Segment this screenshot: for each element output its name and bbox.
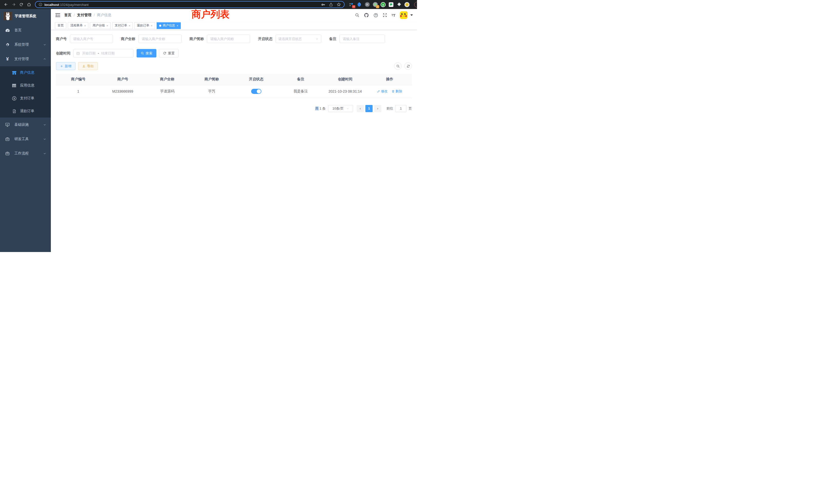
- tab-close-icon[interactable]: ×: [84, 24, 86, 27]
- sidebar-item-pay[interactable]: ¥ 支付管理: [0, 52, 51, 66]
- sidebar: 芋道管理系统 首页 系统管理 ¥ 支付管理: [0, 9, 51, 252]
- fullscreen-icon[interactable]: [382, 13, 387, 18]
- sidebar-item-label: 研发工具: [14, 137, 29, 141]
- end-date-placeholder: 结束日期: [101, 51, 114, 56]
- help-icon[interactable]: [373, 13, 378, 18]
- browser-profile-avatar[interactable]: [404, 2, 410, 7]
- breadcrumb-pay[interactable]: 支付管理: [77, 13, 91, 18]
- sidebar-item-merchant-info[interactable]: 商户信息: [0, 66, 51, 79]
- prev-page-button[interactable]: ‹: [357, 105, 364, 112]
- address-bar[interactable]: localhost:1024/pay/merchant: [35, 1, 345, 8]
- create-time-range-picker[interactable]: 开始日期 - 结束日期: [73, 49, 133, 58]
- gear-icon: [5, 42, 10, 47]
- extensions-puzzle-icon[interactable]: [396, 2, 401, 7]
- chevron-down-icon: [43, 43, 46, 46]
- col-merchant-id: 商户编号: [56, 74, 101, 85]
- search-icon: [141, 51, 144, 55]
- tab-close-icon[interactable]: ×: [106, 24, 108, 27]
- chevron-up-icon: [43, 58, 46, 61]
- pay-submenu: 商户信息 应用信息 支付订单 退款订单: [0, 66, 51, 117]
- extension-command-icon[interactable]: ⌘: [365, 2, 370, 7]
- sidebar-collapse-icon[interactable]: [55, 12, 61, 18]
- refresh-table-button[interactable]: [404, 62, 412, 70]
- share-icon[interactable]: [329, 3, 333, 7]
- sidebar-item-label: 应用信息: [20, 83, 35, 88]
- search-button[interactable]: 搜索: [137, 49, 156, 58]
- user-avatar[interactable]: [400, 11, 408, 19]
- extension-chat-icon[interactable]: [389, 2, 394, 7]
- monitor-icon: [5, 122, 10, 127]
- tab-refund-order[interactable]: 退款订单 ×: [134, 22, 155, 29]
- goto-label: 前往: [387, 106, 393, 111]
- col-merchant-no: 商户号: [101, 74, 145, 85]
- url-host: localhost: [44, 3, 59, 7]
- avatar-caret-icon[interactable]: [410, 14, 413, 16]
- tab-user-group[interactable]: 用户分组 ×: [90, 22, 110, 29]
- extension-gem-icon[interactable]: [357, 2, 362, 7]
- sidebar-item-system[interactable]: 系统管理: [0, 38, 51, 52]
- chevron-down-icon: [43, 138, 46, 141]
- status-toggle-on[interactable]: [251, 89, 261, 94]
- goto-suffix: 页: [409, 106, 412, 111]
- full-name-input[interactable]: [138, 35, 181, 43]
- export-button[interactable]: 导出: [78, 62, 98, 70]
- add-button[interactable]: 新增: [56, 62, 75, 70]
- filter-label-merchant-no: 商户号: [56, 37, 67, 41]
- tab-pay-order[interactable]: 支付订单 ×: [112, 22, 133, 29]
- show-search-toggle-button[interactable]: [394, 62, 401, 70]
- page-size-select[interactable]: 10条/页: [328, 105, 353, 112]
- edit-pen-icon: [377, 90, 380, 93]
- extension-blocks-icon[interactable]: 10: [349, 2, 354, 7]
- tab-merchant-info[interactable]: 商户信息 ×: [157, 22, 181, 29]
- pagination: 共 1 条 10条/页 ‹ 1 › 前往 页: [56, 105, 412, 112]
- sidebar-item-label: 系统管理: [14, 42, 29, 47]
- extension-badge: 1: [376, 5, 379, 8]
- browser-back-icon[interactable]: [3, 1, 9, 8]
- reset-button[interactable]: 重置: [159, 49, 179, 58]
- tab-home[interactable]: 首页: [55, 22, 66, 29]
- sidebar-item-pay-order[interactable]: 支付订单: [0, 92, 51, 105]
- browser-reload-icon[interactable]: [18, 1, 25, 8]
- cell-merchant-no: M233666999: [101, 85, 145, 98]
- page-1-button[interactable]: 1: [366, 105, 373, 112]
- sidebar-item-home[interactable]: 首页: [0, 23, 51, 38]
- next-page-button[interactable]: ›: [374, 105, 381, 112]
- tab-process-form[interactable]: 流程表单 ×: [68, 22, 88, 29]
- remark-input[interactable]: [339, 35, 385, 43]
- sidebar-item-devtools[interactable]: 研发工具: [0, 132, 51, 146]
- goto-page-input[interactable]: [395, 105, 407, 112]
- browser-home-icon[interactable]: [26, 1, 32, 8]
- tab-close-icon[interactable]: ×: [151, 24, 152, 27]
- password-key-icon[interactable]: [321, 2, 325, 7]
- tab-close-icon[interactable]: ×: [129, 24, 130, 27]
- extension-badge: 10: [352, 5, 355, 8]
- tab-close-icon[interactable]: ×: [177, 24, 178, 27]
- sidebar-item-app-info[interactable]: 应用信息: [0, 79, 51, 92]
- extension-y-icon[interactable]: y: [380, 2, 386, 7]
- store-icon: [11, 70, 17, 75]
- start-date-placeholder: 开始日期: [82, 51, 95, 56]
- header-search-icon[interactable]: [355, 13, 359, 18]
- bookmark-star-icon[interactable]: [337, 2, 341, 7]
- page-info-icon[interactable]: [39, 3, 42, 6]
- sidebar-item-infra[interactable]: 基础设施: [0, 117, 51, 132]
- cell-remark: 我是备注: [278, 85, 323, 98]
- app-logo-row[interactable]: 芋道管理系统: [0, 9, 51, 23]
- breadcrumb-home[interactable]: 首页: [64, 13, 71, 18]
- github-icon[interactable]: [364, 13, 369, 18]
- browser-forward-icon[interactable]: [10, 1, 17, 8]
- short-name-input[interactable]: [207, 35, 250, 43]
- table-header-row: 商户编号 商户号 商户全称 商户简称 开启状态 备注 创建时间 操作: [56, 74, 412, 85]
- merchant-no-input[interactable]: [70, 35, 113, 43]
- tags-view: 首页 流程表单 × 用户分组 × 支付订单 × 退款订单 × 商户信息 ×: [51, 21, 417, 30]
- sidebar-item-refund-order[interactable]: 退款订单: [0, 105, 51, 117]
- status-select[interactable]: 请选择开启状态: [276, 35, 321, 43]
- browser-update-button[interactable]: 更新: [414, 2, 417, 7]
- sidebar-item-workflow[interactable]: 工作流程: [0, 146, 51, 161]
- extension-session-icon[interactable]: 1: [373, 2, 378, 7]
- edit-link[interactable]: 修改: [377, 89, 388, 94]
- delete-link[interactable]: 删除: [392, 89, 402, 94]
- col-short-name: 商户简称: [190, 74, 234, 85]
- col-status: 开启状态: [234, 74, 278, 85]
- font-size-icon[interactable]: TT: [392, 13, 395, 18]
